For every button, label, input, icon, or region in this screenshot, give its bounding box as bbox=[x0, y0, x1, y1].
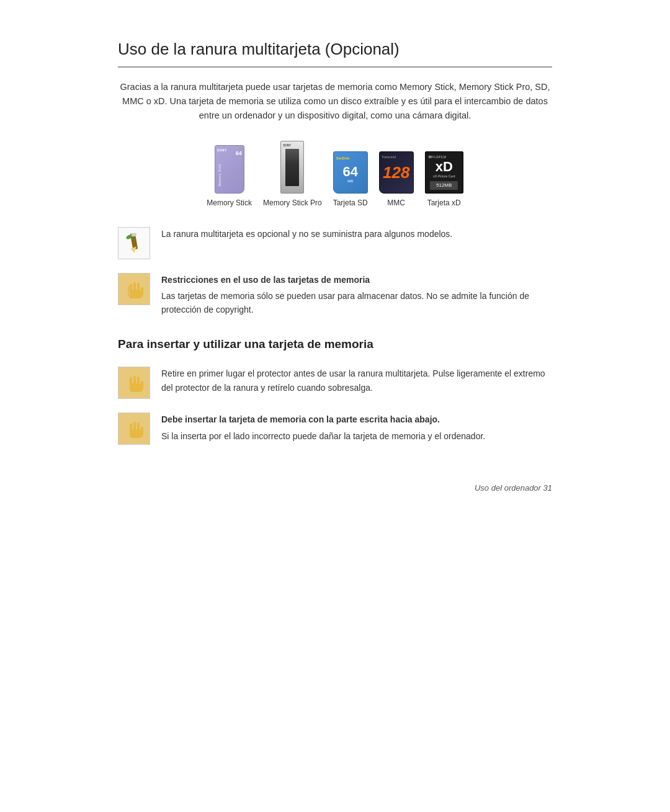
hand-svg-restriction bbox=[123, 277, 145, 301]
hand-icon-restriction bbox=[118, 273, 150, 305]
svg-rect-2 bbox=[132, 233, 137, 236]
sd-card-64: 64 bbox=[342, 165, 357, 179]
xd-label: Tarjeta xD bbox=[427, 197, 461, 208]
xd-symbol: xD bbox=[436, 159, 453, 174]
xd-512-label: 512MB bbox=[430, 181, 458, 190]
note-restriction: Restricciones en el uso de las tarjetas … bbox=[118, 273, 552, 317]
insert-step-1-text: Retire en primer lugar el protector ante… bbox=[161, 367, 552, 395]
msp-inner bbox=[285, 149, 299, 186]
ms-card-text: Memory Stick bbox=[218, 164, 223, 186]
intro-paragraph: Gracias a la ranura multitarjeta puede u… bbox=[118, 80, 552, 123]
insert-step-2-title: Debe insertar la tarjeta de memoria con … bbox=[161, 413, 552, 426]
restriction-body: Las tarjetas de memoria sólo se pueden u… bbox=[161, 291, 529, 315]
note-optional-text: La ranura multitarjeta es opcional y no … bbox=[161, 227, 552, 241]
insert-step-2-body: Si la inserta por el lado incorrecto pue… bbox=[161, 431, 485, 441]
card-item-memory-stick-pro: Memory Stick Pro bbox=[263, 141, 322, 208]
mmc-label: MMC bbox=[387, 197, 405, 208]
mmc-card: 128 bbox=[379, 151, 414, 194]
memory-stick-image: Memory Stick bbox=[215, 145, 244, 194]
card-item-memory-stick: Memory Stick Memory Stick bbox=[207, 145, 252, 208]
insert-step-2-container: Debe insertar la tarjeta de memoria con … bbox=[161, 413, 552, 443]
memory-stick-label: Memory Stick bbox=[207, 197, 252, 208]
page-title: Uso de la ranura multitarjeta (Opcional) bbox=[118, 37, 552, 68]
cards-section: Memory Stick Memory Stick Memory Stick P… bbox=[118, 141, 552, 208]
mmc-128: 128 bbox=[383, 164, 409, 181]
sd-label: Tarjeta SD bbox=[333, 197, 368, 208]
memory-stick-pro-label: Memory Stick Pro bbox=[263, 197, 322, 208]
xd-image: 🎞 FUJIFILM xD xD-Picture Card 512MB bbox=[425, 151, 463, 194]
hand-icon-insert1 bbox=[118, 367, 150, 399]
pencil-icon bbox=[118, 227, 150, 259]
insert-step-2: Debe insertar la tarjeta de memoria con … bbox=[118, 413, 552, 445]
card-item-sd: 64 MB Tarjeta SD bbox=[333, 151, 368, 208]
insert-step-1: Retire en primer lugar el protector ante… bbox=[118, 367, 552, 399]
card-item-mmc: 128 MMC bbox=[379, 151, 414, 208]
xd-card: 🎞 FUJIFILM xD xD-Picture Card 512MB bbox=[425, 151, 463, 194]
pencil-svg bbox=[124, 232, 144, 254]
mmc-image: 128 bbox=[379, 151, 414, 194]
memory-stick-card: Memory Stick bbox=[215, 145, 244, 194]
sd-card: 64 MB bbox=[333, 151, 368, 194]
section-heading-insert: Para insertar y utilizar una tarjeta de … bbox=[118, 336, 552, 354]
hand-svg-insert1 bbox=[123, 371, 145, 395]
sd-card-mb: MB bbox=[347, 179, 353, 184]
hand-svg-insert2 bbox=[123, 417, 145, 440]
card-item-xd: 🎞 FUJIFILM xD xD-Picture Card 512MB Tarj… bbox=[425, 151, 463, 208]
memory-stick-pro-image bbox=[280, 141, 304, 194]
hand-icon-insert2 bbox=[118, 413, 150, 445]
xd-piccard-label: xD-Picture Card bbox=[433, 174, 455, 179]
restriction-title: Restricciones en el uso de las tarjetas … bbox=[161, 273, 552, 287]
sd-card-image: 64 MB bbox=[333, 151, 368, 194]
memory-stick-pro-card bbox=[280, 141, 304, 194]
footer: Uso del ordenador 31 bbox=[118, 482, 552, 494]
cards-row: Memory Stick Memory Stick Memory Stick P… bbox=[118, 141, 552, 208]
note-optional: La ranura multitarjeta es opcional y no … bbox=[118, 227, 552, 259]
restriction-text-container: Restricciones en el uso de las tarjetas … bbox=[161, 273, 552, 317]
